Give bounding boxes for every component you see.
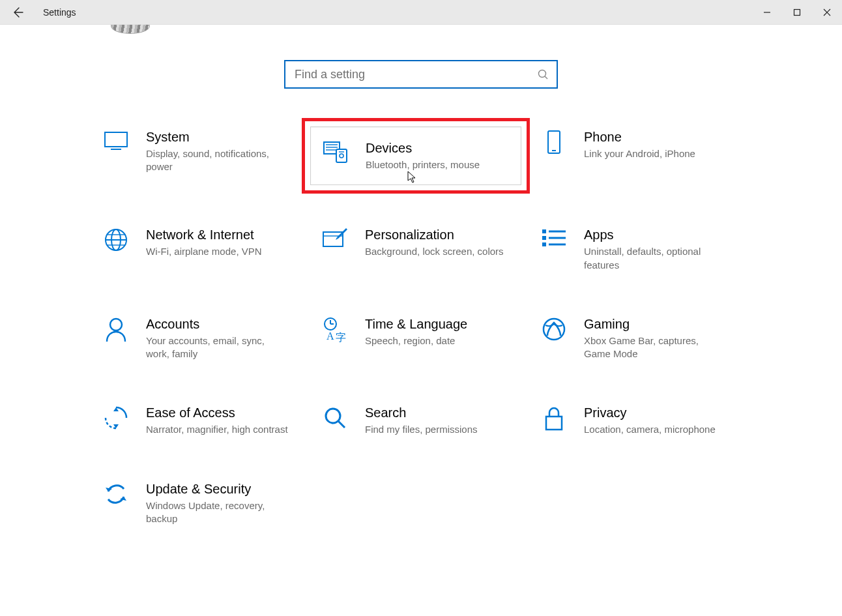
tile-title: Ease of Access xyxy=(146,405,288,420)
titlebar: Settings xyxy=(0,0,842,25)
back-arrow-icon[interactable] xyxy=(12,7,23,18)
tile-system[interactable]: System Display, sound, notifications, po… xyxy=(102,126,302,185)
tile-desc: Windows Update, recovery, backup xyxy=(146,499,289,526)
tile-desc: Bluetooth, printers, mouse xyxy=(366,158,480,171)
svg-rect-39 xyxy=(546,417,562,430)
network-icon xyxy=(102,228,130,257)
search-icon xyxy=(537,68,549,80)
tile-title: Time & Language xyxy=(365,316,467,332)
tile-desc: Uninstall, defaults, optional features xyxy=(584,245,727,272)
window-title: Settings xyxy=(36,7,76,18)
system-icon xyxy=(102,130,130,159)
tile-desc: Background, lock screen, colors xyxy=(365,245,504,258)
svg-rect-20 xyxy=(323,232,343,246)
tile-desc: Location, camera, microphone xyxy=(584,423,716,436)
tile-desc: Link your Android, iPhone xyxy=(584,147,695,160)
tile-accounts[interactable]: Accounts Your accounts, email, sync, wor… xyxy=(102,314,302,364)
tile-network[interactable]: Network & Internet Wi-Fi, airplane mode,… xyxy=(102,224,302,274)
tile-title: Search xyxy=(365,405,478,420)
svg-line-38 xyxy=(338,421,345,428)
svg-point-2 xyxy=(539,70,546,78)
close-button[interactable] xyxy=(812,0,842,24)
tile-title: Devices xyxy=(366,140,480,156)
phone-icon xyxy=(540,130,568,159)
svg-point-28 xyxy=(110,319,122,330)
tile-ease-of-access[interactable]: Ease of Access Narrator, magnifier, high… xyxy=(102,402,302,439)
tile-desc: Speech, region, date xyxy=(365,334,467,347)
minimize-button[interactable] xyxy=(752,0,782,24)
svg-rect-24 xyxy=(542,236,546,240)
tile-phone[interactable]: Phone Link your Android, iPhone xyxy=(540,126,740,185)
highlight-box: Devices Bluetooth, printers, mouse xyxy=(302,118,530,194)
tile-update-security[interactable]: Update & Security Windows Update, recove… xyxy=(102,478,302,529)
tile-title: Phone xyxy=(584,129,695,145)
tile-apps[interactable]: Apps Uninstall, defaults, optional featu… xyxy=(540,224,740,274)
tile-personalization[interactable]: Personalization Background, lock screen,… xyxy=(321,224,521,274)
tile-time-language[interactable]: A 字 Time & Language Speech, region, date xyxy=(321,314,521,364)
tile-title: Network & Internet xyxy=(146,227,262,242)
tile-search[interactable]: Search Find my files, permissions xyxy=(321,402,521,439)
svg-rect-13 xyxy=(548,131,560,153)
tile-desc: Wi-Fi, airplane mode, VPN xyxy=(146,245,262,258)
gaming-icon xyxy=(540,317,568,346)
tile-desc: Display, sound, notifications, power xyxy=(146,147,289,174)
tile-title: Accounts xyxy=(146,316,289,332)
tile-desc: Narrator, magnifier, high contrast xyxy=(146,423,288,436)
maximize-button[interactable] xyxy=(782,0,812,24)
privacy-icon xyxy=(540,406,568,435)
update-icon xyxy=(102,482,130,511)
tile-gaming[interactable]: Gaming Xbox Game Bar, captures, Game Mod… xyxy=(540,314,740,364)
search-box[interactable] xyxy=(284,60,558,89)
tile-title: Apps xyxy=(584,227,727,242)
settings-grid: System Display, sound, notifications, po… xyxy=(102,126,740,528)
avatar-fragment xyxy=(111,25,150,34)
svg-rect-4 xyxy=(105,132,127,147)
tile-privacy[interactable]: Privacy Location, camera, microphone xyxy=(540,402,740,439)
svg-text:字: 字 xyxy=(336,332,346,342)
tile-title: Privacy xyxy=(584,405,716,420)
svg-text:A: A xyxy=(327,330,334,342)
tile-desc: Your accounts, email, sync, work, family xyxy=(146,334,289,361)
tile-title: Gaming xyxy=(584,316,727,332)
tile-title: Update & Security xyxy=(146,481,289,497)
svg-rect-26 xyxy=(542,242,546,246)
ease-of-access-icon xyxy=(102,406,130,435)
tile-title: Personalization xyxy=(365,227,504,242)
svg-rect-22 xyxy=(542,229,546,233)
svg-rect-10 xyxy=(336,149,347,162)
time-language-icon: A 字 xyxy=(321,317,349,346)
search-input[interactable] xyxy=(295,68,537,81)
accounts-icon xyxy=(102,317,130,346)
svg-point-37 xyxy=(326,409,340,423)
svg-rect-1 xyxy=(794,9,800,15)
tile-desc: Xbox Game Bar, captures, Game Mode xyxy=(584,334,727,361)
tile-desc: Find my files, permissions xyxy=(365,423,478,436)
tile-title: System xyxy=(146,129,289,145)
personalization-icon xyxy=(321,228,349,257)
devices-icon xyxy=(321,141,350,170)
search-category-icon xyxy=(321,406,349,435)
apps-icon xyxy=(540,228,568,257)
tile-devices[interactable]: Devices Bluetooth, printers, mouse xyxy=(321,138,513,174)
svg-line-3 xyxy=(545,76,547,79)
